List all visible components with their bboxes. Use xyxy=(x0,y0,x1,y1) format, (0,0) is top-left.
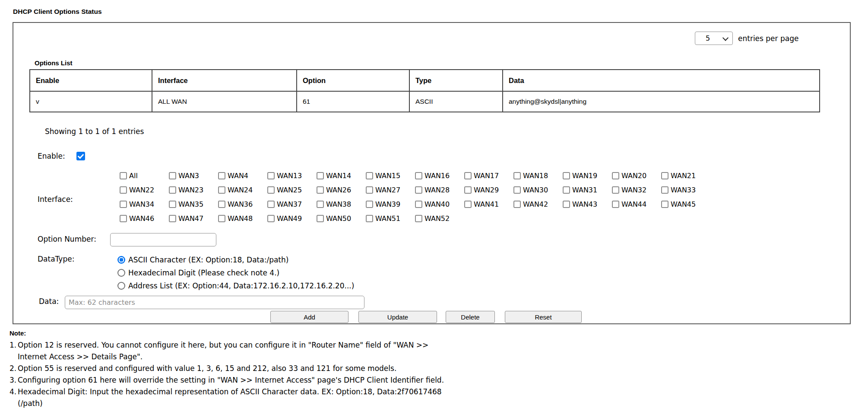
note-number: 1. xyxy=(10,339,18,363)
checkbox-icon xyxy=(661,201,668,208)
checkbox-icon xyxy=(169,201,176,208)
interface-option-checkbox[interactable]: WAN30 xyxy=(513,186,563,194)
interface-option-checkbox[interactable]: WAN14 xyxy=(317,172,366,179)
interface-option-checkbox[interactable]: WAN45 xyxy=(661,201,710,208)
interface-option-checkbox[interactable]: WAN49 xyxy=(267,215,317,222)
chevron-down-icon xyxy=(722,35,729,41)
reset-button[interactable]: Reset xyxy=(505,311,582,323)
interface-option-checkbox[interactable]: WAN13 xyxy=(267,172,317,179)
interface-option-checkbox[interactable]: WAN19 xyxy=(563,172,612,179)
checkbox-icon xyxy=(563,172,570,179)
interface-option-label: WAN19 xyxy=(572,172,597,179)
interface-option-checkbox[interactable]: WAN22 xyxy=(120,186,169,194)
interface-option-checkbox[interactable]: WAN42 xyxy=(513,201,563,208)
interface-option-label: WAN30 xyxy=(523,186,548,194)
option-number-input[interactable] xyxy=(110,233,216,246)
interface-option-label: WAN25 xyxy=(277,186,302,194)
interface-option-label: WAN51 xyxy=(375,215,400,222)
checkbox-icon xyxy=(120,201,127,208)
interface-option-checkbox[interactable]: WAN34 xyxy=(120,201,169,208)
interface-option-label: WAN24 xyxy=(228,186,253,194)
interface-option-checkbox[interactable]: WAN18 xyxy=(513,172,563,179)
interface-option-label: WAN42 xyxy=(523,201,548,208)
interface-option-checkbox[interactable]: WAN24 xyxy=(218,186,267,194)
checkbox-icon xyxy=(317,215,324,222)
interface-option-checkbox[interactable]: WAN35 xyxy=(169,201,218,208)
interface-option-checkbox[interactable]: WAN29 xyxy=(464,186,513,194)
checkbox-icon xyxy=(218,215,225,222)
interface-option-checkbox[interactable]: WAN4 xyxy=(218,172,267,179)
interface-option-label: WAN46 xyxy=(129,215,154,222)
checkbox-icon xyxy=(366,201,373,208)
interface-option-checkbox[interactable]: WAN38 xyxy=(317,201,366,208)
delete-button[interactable]: Delete xyxy=(446,311,495,323)
interface-option-checkbox[interactable]: WAN21 xyxy=(661,172,710,179)
interface-option-checkbox[interactable]: WAN40 xyxy=(415,201,464,208)
entries-per-page-select[interactable]: 5 xyxy=(695,32,733,45)
update-button[interactable]: Update xyxy=(358,311,437,323)
interface-option-checkbox[interactable]: WAN48 xyxy=(218,215,267,222)
add-button[interactable]: Add xyxy=(270,311,348,323)
options-list-label: Options List xyxy=(35,59,73,67)
interface-option-checkbox[interactable]: WAN15 xyxy=(366,172,415,179)
interface-option-checkbox[interactable]: WAN47 xyxy=(169,215,218,222)
table-row: v ALL WAN 61 ASCII anything@skydsl|anyth… xyxy=(30,91,820,112)
interface-option-label: WAN38 xyxy=(326,201,351,208)
checkbox-icon xyxy=(661,172,668,179)
checkbox-icon xyxy=(317,172,324,179)
datatype-option-label: Address List (EX: Option:44, Data:172.16… xyxy=(128,281,354,290)
interface-option-checkbox[interactable]: WAN37 xyxy=(267,201,317,208)
notes-label: Note: xyxy=(10,329,584,337)
interface-option-checkbox[interactable]: WAN36 xyxy=(218,201,267,208)
note-number: 4. xyxy=(10,386,18,409)
interface-option-checkbox[interactable]: WAN32 xyxy=(612,186,661,194)
note-number: 2. xyxy=(10,363,18,374)
datatype-option-hex[interactable]: Hexadecimal Digit (Please check note 4.) xyxy=(117,266,354,279)
checkbox-icon xyxy=(267,172,275,179)
interface-option-checkbox[interactable]: WAN33 xyxy=(661,186,710,194)
checkbox-icon xyxy=(415,172,422,179)
interface-option-label: WAN48 xyxy=(228,215,253,222)
interface-option-checkbox[interactable]: WAN50 xyxy=(317,215,366,222)
interface-option-checkbox[interactable]: WAN51 xyxy=(366,215,415,222)
column-header-data: Data xyxy=(503,70,820,91)
interface-option-checkbox[interactable]: All xyxy=(120,172,169,179)
checkbox-icon xyxy=(366,186,373,194)
interface-option-checkbox[interactable]: WAN3 xyxy=(169,172,218,179)
interface-option-label: WAN17 xyxy=(474,172,499,179)
data-input[interactable] xyxy=(65,296,364,309)
interface-option-checkbox[interactable]: WAN44 xyxy=(612,201,661,208)
interface-option-checkbox[interactable]: WAN46 xyxy=(120,215,169,222)
interface-label: Interface: xyxy=(38,195,73,204)
note-number: 3. xyxy=(10,374,18,386)
cell-data: anything@skydsl|anything xyxy=(503,91,820,112)
interface-option-checkbox[interactable]: WAN31 xyxy=(563,186,612,194)
interface-option-checkbox[interactable]: WAN23 xyxy=(169,186,218,194)
interface-option-checkbox[interactable]: WAN20 xyxy=(612,172,661,179)
interface-option-checkbox[interactable]: WAN39 xyxy=(366,201,415,208)
datatype-option-addresslist[interactable]: Address List (EX: Option:44, Data:172.16… xyxy=(117,279,354,292)
checkbox-icon xyxy=(120,215,127,222)
checkbox-icon xyxy=(513,186,521,194)
enable-checkbox[interactable] xyxy=(76,152,85,160)
interface-option-label: WAN21 xyxy=(671,172,696,179)
entries-per-page-value: 5 xyxy=(706,34,710,42)
page-title: DHCP Client Options Status xyxy=(13,8,102,16)
interface-option-label: WAN49 xyxy=(277,215,302,222)
checkbox-icon xyxy=(415,215,422,222)
interface-option-checkbox[interactable]: WAN25 xyxy=(267,186,317,194)
interface-option-checkbox[interactable]: WAN26 xyxy=(317,186,366,194)
checkbox-icon xyxy=(218,172,225,179)
interface-option-checkbox[interactable]: WAN43 xyxy=(563,201,612,208)
checkbox-icon xyxy=(563,201,570,208)
interface-option-label: WAN33 xyxy=(671,186,696,194)
datatype-option-ascii[interactable]: ASCII Character (EX: Option:18, Data:/pa… xyxy=(117,253,354,266)
interface-option-label: WAN34 xyxy=(129,201,154,208)
interface-option-checkbox[interactable]: WAN27 xyxy=(366,186,415,194)
interface-option-checkbox[interactable]: WAN16 xyxy=(415,172,464,179)
interface-option-checkbox[interactable]: WAN41 xyxy=(464,201,513,208)
interface-option-checkbox[interactable]: WAN52 xyxy=(415,215,464,222)
interface-option-checkbox[interactable]: WAN28 xyxy=(415,186,464,194)
checkbox-icon xyxy=(612,201,619,208)
interface-option-checkbox[interactable]: WAN17 xyxy=(464,172,513,179)
